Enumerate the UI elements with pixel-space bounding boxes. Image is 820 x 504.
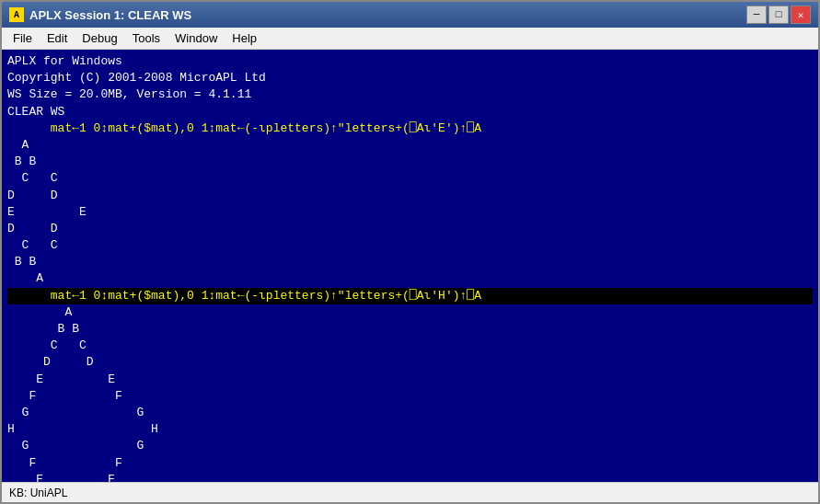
app-icon: A (9, 7, 24, 22)
output2-DD: D D (7, 355, 94, 369)
output2-FF2: F F (7, 456, 122, 470)
close-button[interactable]: ✕ (791, 6, 811, 24)
output-CC1: C C (7, 171, 58, 185)
output2-BB: B B (7, 322, 79, 336)
output-CC2: C C (7, 238, 58, 252)
menu-bar: File Edit Debug Tools Window Help (2, 28, 818, 50)
output-DD2: D D (7, 222, 58, 235)
terminal-line-2: Copyright (C) 2001-2008 MicroAPL Ltd (7, 71, 266, 85)
output-A2: A (7, 271, 43, 285)
status-text: KB: UniAPL (9, 487, 67, 499)
output2-GG: G G (7, 406, 144, 419)
window-title: APLX Session 1: CLEAR WS (29, 8, 191, 22)
menu-window[interactable]: Window (167, 29, 225, 47)
menu-debug[interactable]: Debug (75, 29, 124, 47)
menu-help[interactable]: Help (225, 29, 264, 47)
minimize-button[interactable]: ─ (746, 6, 767, 24)
command-1: mat←1 0↕mat+($mat),0 1↕mat←(-ιpletters)↑… (7, 121, 481, 135)
content-area: APLX for Windows Copyright (C) 2001-2008… (2, 50, 818, 482)
output2-EE2: E E (7, 473, 115, 482)
terminal-line-1: APLX for Windows (7, 54, 122, 68)
menu-file[interactable]: File (6, 29, 40, 47)
output2-FF: F F (7, 389, 122, 403)
command-2-highlighted: mat←1 0↕mat+($mat),0 1↕mat←(-ιpletters)↑… (7, 288, 813, 304)
menu-edit[interactable]: Edit (40, 29, 75, 47)
terminal-line-4: CLEAR WS (7, 105, 64, 119)
output-BB1: B B (7, 155, 36, 168)
maximize-button[interactable]: □ (768, 6, 789, 24)
output-BB2: B B (7, 255, 36, 269)
terminal-line-3: WS Size = 20.0MB, Version = 4.1.11 (7, 87, 251, 101)
output-EE1: E E (7, 205, 87, 219)
output2-GG2: G G (7, 439, 144, 452)
app-icon-text: A (14, 10, 19, 20)
output2-A: A (7, 305, 72, 319)
title-bar-left: A APLX Session 1: CLEAR WS (9, 7, 191, 22)
title-bar: A APLX Session 1: CLEAR WS ─ □ ✕ (2, 2, 818, 28)
main-window: A APLX Session 1: CLEAR WS ─ □ ✕ File Ed… (0, 0, 820, 504)
output-A1: A (7, 138, 29, 152)
menu-tools[interactable]: Tools (125, 29, 167, 47)
status-bar: KB: UniAPL (2, 482, 818, 502)
output2-EE: E E (7, 372, 115, 386)
output-DD1: D D (7, 189, 58, 202)
output2-HH: H H (7, 422, 158, 436)
output2-CC: C C (7, 338, 87, 352)
terminal-output[interactable]: APLX for Windows Copyright (C) 2001-2008… (2, 50, 818, 482)
title-buttons: ─ □ ✕ (746, 6, 811, 24)
